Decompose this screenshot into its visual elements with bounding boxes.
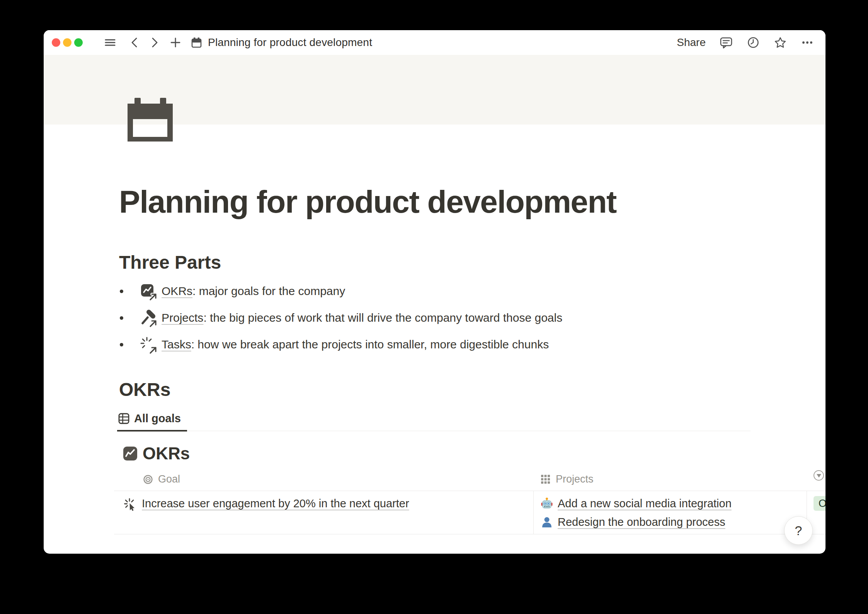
column-header-projects[interactable]: Projects — [533, 473, 807, 485]
table-header-row: Goal Projects — [114, 468, 825, 491]
three-parts-heading: Three Parts — [119, 252, 825, 273]
chart-zigzag-icon — [123, 446, 138, 461]
tasks-page-link[interactable]: Tasks — [162, 338, 191, 351]
goal-cell: Increase user engagement by 20% in the n… — [114, 491, 533, 534]
zoom-window-button[interactable] — [74, 38, 83, 47]
back-icon[interactable] — [129, 37, 140, 48]
okrs-collection: OKRs Goal Projects Increas — [114, 444, 825, 534]
bullet-text: OKRs: major goals for the company — [162, 285, 345, 298]
tab-all-goals[interactable]: All goals — [117, 412, 187, 432]
bullet-text: Tasks: how we break apart the projects i… — [162, 338, 549, 351]
app-window: Planning for product development Share P… — [44, 30, 825, 554]
collection-title[interactable]: OKRs — [143, 444, 190, 463]
comments-icon[interactable] — [720, 36, 733, 49]
okrs-heading: OKRs — [119, 379, 825, 401]
column-header-label: Goal — [158, 473, 180, 485]
minimize-window-button[interactable] — [63, 38, 71, 47]
bullet-text: Projects: the big pieces of work that wi… — [162, 311, 562, 324]
person-emoji — [541, 516, 553, 528]
collapse-toggle-icon[interactable] — [814, 470, 824, 481]
robot-emoji — [541, 497, 553, 510]
bullet-dot — [120, 290, 123, 293]
project-page-link[interactable]: Redesign the onboarding process — [558, 516, 725, 529]
goal-page-link[interactable]: Increase user engagement by 20% in the n… — [142, 497, 409, 510]
project-item: Redesign the onboarding process — [534, 513, 807, 531]
project-item: Add a new social media integration — [534, 494, 807, 513]
projects-page-link[interactable]: Projects — [162, 311, 203, 324]
spark-link-icon — [140, 336, 158, 354]
page-title[interactable]: Planning for product development — [119, 185, 825, 219]
three-parts-list: OKRs: major goals for the company Projec… — [119, 278, 825, 358]
table-icon — [118, 413, 130, 425]
bullet-rest: : major goals for the company — [192, 285, 345, 297]
grid-icon — [540, 474, 551, 484]
list-item: Projects: the big pieces of work that wi… — [119, 305, 825, 331]
list-item: Tasks: how we break apart the projects i… — [119, 331, 825, 358]
collection-title-row: OKRs — [114, 444, 825, 463]
bullet-dot — [120, 316, 123, 320]
projects-cell: Add a new social media integration Redes… — [533, 491, 807, 534]
titlebar: Planning for product development Share — [44, 30, 825, 55]
tab-calendar-icon — [191, 37, 203, 49]
project-page-link[interactable]: Add a new social media integration — [558, 497, 732, 510]
share-button[interactable]: Share — [677, 36, 706, 49]
favorite-star-icon[interactable] — [774, 36, 787, 49]
more-options-icon[interactable] — [801, 36, 814, 49]
column-header-goal[interactable]: Goal — [114, 473, 533, 485]
help-button[interactable]: ? — [784, 516, 813, 545]
list-item: OKRs: major goals for the company — [119, 278, 825, 305]
sidebar-menu-icon[interactable] — [104, 36, 116, 49]
window-title[interactable]: Planning for product development — [208, 36, 372, 49]
new-tab-icon[interactable] — [170, 37, 181, 48]
bullet-rest: : the big pieces of work that will drive… — [203, 311, 562, 324]
view-tabbar: All goals — [117, 412, 751, 432]
bullet-dot — [120, 343, 123, 346]
chart-zigzag-link-icon — [140, 283, 158, 301]
table-row: Increase user engagement by 20% in the n… — [114, 491, 825, 534]
close-window-button[interactable] — [52, 38, 60, 47]
hammer-link-icon — [140, 310, 158, 327]
column-header-label: Projects — [556, 473, 594, 485]
history-clock-icon[interactable] — [747, 36, 760, 49]
tab-label: All goals — [134, 412, 181, 425]
forward-icon[interactable] — [150, 37, 160, 48]
okrs-page-link[interactable]: OKRs — [162, 285, 192, 297]
page-calendar-icon[interactable] — [128, 98, 173, 142]
spark-click-icon — [124, 498, 138, 512]
bullet-rest: : how we break apart the projects into s… — [191, 338, 549, 351]
target-icon — [143, 474, 153, 484]
status-badge[interactable]: O — [814, 496, 825, 511]
